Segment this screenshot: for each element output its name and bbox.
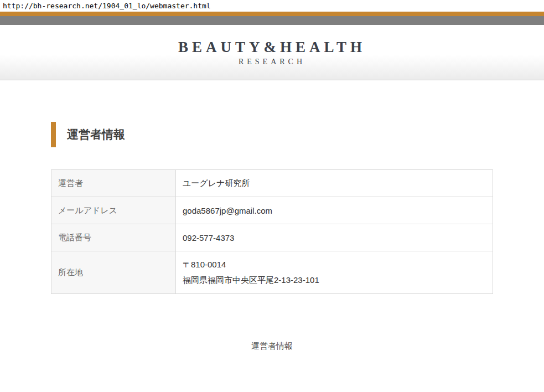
top-gray-bar — [0, 16, 544, 25]
address-street: 福岡県福岡市中央区平尾2-13-23-101 — [183, 272, 486, 288]
table-row-email: メールアドレス goda5867jp@gmail.com — [51, 197, 493, 224]
row-label: 所在地 — [51, 251, 176, 294]
browser-url-bar: http://bh-research.net/1904_01_lo/webmas… — [0, 0, 544, 12]
row-value: goda5867jp@gmail.com — [176, 197, 493, 224]
table-row-operator: 運営者 ユーグレナ研究所 — [51, 170, 493, 197]
row-label: 運営者 — [51, 170, 176, 197]
site-header: BEAUTY&HEALTH RESEARCH — [0, 25, 544, 80]
row-value: 〒810-0014 福岡県福岡市中央区平尾2-13-23-101 — [176, 251, 493, 294]
site-logo[interactable]: BEAUTY&HEALTH RESEARCH — [178, 39, 366, 66]
row-value: 092-577-4373 — [176, 224, 493, 251]
operator-info-table: 運営者 ユーグレナ研究所 メールアドレス goda5867jp@gmail.co… — [51, 169, 493, 294]
title-accent-bar — [51, 122, 56, 147]
page-url: http://bh-research.net/1904_01_lo/webmas… — [3, 2, 211, 10]
table-row-address: 所在地 〒810-0014 福岡県福岡市中央区平尾2-13-23-101 — [51, 251, 493, 294]
row-value: ユーグレナ研究所 — [176, 170, 493, 197]
page-title: 運営者情報 — [51, 122, 493, 147]
footer-link-operator-info[interactable]: 運営者情報 — [251, 341, 293, 350]
row-label: メールアドレス — [51, 197, 176, 224]
footer-nav: 運営者情報 — [51, 341, 493, 352]
row-label: 電話番号 — [51, 224, 176, 251]
address-postal-code: 〒810-0014 — [183, 257, 486, 272]
table-row-phone: 電話番号 092-577-4373 — [51, 224, 493, 251]
main-content: 運営者情報 運営者 ユーグレナ研究所 メールアドレス goda5867jp@gm… — [51, 122, 493, 392]
logo-main-text: BEAUTY&HEALTH — [178, 39, 366, 56]
top-accent-strip — [0, 12, 544, 16]
logo-sub-text: RESEARCH — [239, 58, 305, 66]
page-title-text: 運営者情報 — [67, 127, 125, 142]
